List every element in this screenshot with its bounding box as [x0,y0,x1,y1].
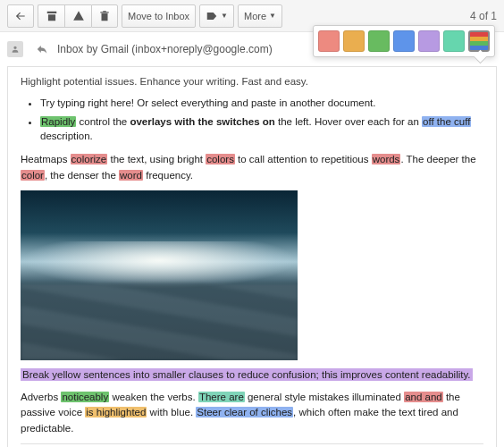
back-button[interactable] [7,4,34,28]
highlight-repetition: word [119,170,143,181]
highlight-repetition: words [372,154,401,164]
highlight-cliche: off the cuff [422,116,471,127]
sender-label: Inbox by Gmail (inbox+noreply@google.com… [57,43,273,55]
reply-icon[interactable] [34,41,50,57]
embedded-image [21,190,298,360]
bullet-item: Try typing right here! Or select everyth… [40,96,483,110]
highlight-repetition: colorize [71,154,108,164]
highlight-style: There are [198,392,245,402]
paragraph-readability: Break yellow sentences into smaller clau… [21,367,483,383]
bullet-list: Try typing right here! Or select everyth… [40,96,483,143]
swatch-cyan[interactable] [443,30,465,52]
page-counter: 4 of 1 [470,10,497,22]
highlight-passive: is highlighted [85,407,147,417]
highlight-adverb: Rapidly [40,116,76,127]
highlight-repetition: colors [206,154,235,164]
bullet-item: Rapidly control the overlays with the sw… [40,114,483,143]
highlight-cliche: Steer clear of cliches [196,407,293,417]
highlight-color-palette [313,25,495,57]
paragraph-adverbs: Adverbs noticeably weaken the verbs. The… [21,390,483,436]
swatch-red[interactable] [318,30,340,52]
highlight-repetition: color [21,170,45,181]
highlight-duplicate: and and [404,392,443,402]
swatch-orange[interactable] [343,30,365,52]
swatch-all[interactable] [468,30,490,52]
spam-button[interactable] [64,4,91,28]
avatar [7,41,23,57]
intro-text: Highlight potential issues. Enhance your… [21,76,483,87]
highlight-adverb: noticeably [61,392,109,402]
swatch-green[interactable] [368,30,390,52]
labels-button[interactable]: ▼ [199,4,234,28]
highlight-long-sentence: Break yellow sentences into smaller clau… [21,368,473,381]
swatch-blue[interactable] [393,30,415,52]
format-toolbar: Sans Serif ▾ тT▾ B I U A▾ ▾ Ix [21,443,483,447]
content-area: Inbox by Gmail (inbox+noreply@google.com… [0,32,504,447]
move-to-inbox-button[interactable]: Move to Inbox [122,4,196,28]
more-button[interactable]: More▼ [238,4,282,28]
delete-button[interactable] [91,4,118,28]
paragraph-heatmaps: Heatmaps colorize the text, using bright… [21,152,483,183]
compose-body[interactable]: Highlight potential issues. Enhance your… [7,66,497,447]
archive-button[interactable] [38,4,64,28]
swatch-purple[interactable] [418,30,440,52]
